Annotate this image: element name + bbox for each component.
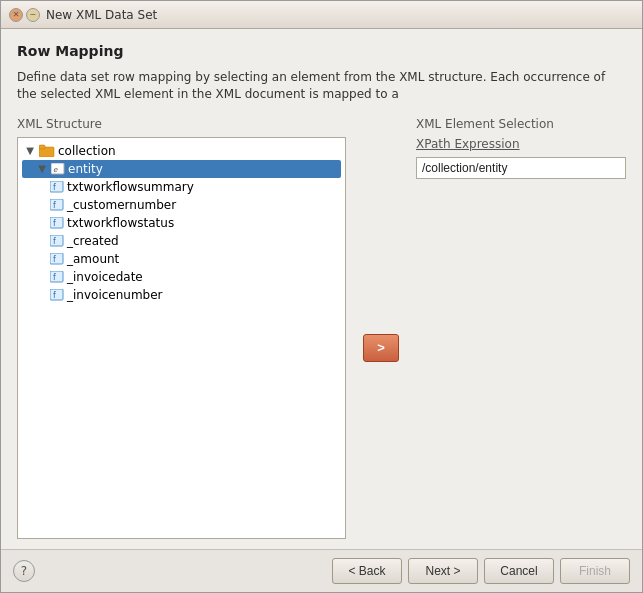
- svg-rect-16: [50, 289, 63, 300]
- svg-rect-8: [50, 217, 63, 228]
- tree-item-collection[interactable]: ▼ collection: [22, 142, 341, 160]
- toggle-collection[interactable]: ▼: [24, 145, 36, 157]
- arrow-area: >: [356, 117, 406, 539]
- svg-rect-6: [50, 199, 63, 210]
- xml-tree[interactable]: ▼ collection ▼ e ent: [17, 137, 346, 539]
- svg-rect-10: [50, 235, 63, 246]
- field-icon-2: f: [50, 199, 64, 211]
- svg-rect-1: [39, 145, 45, 149]
- tree-label-invoicenumber: _invoicenumber: [67, 288, 163, 302]
- main-area: XML Structure ▼ collection ▼: [17, 117, 626, 539]
- tree-item-created[interactable]: f _created: [22, 232, 341, 250]
- tree-label-txtworkflowsummary: txtworkflowsummary: [67, 180, 194, 194]
- tree-item-invoicenumber[interactable]: f _invoicenumber: [22, 286, 341, 304]
- xpath-label: XPath Expression: [416, 137, 626, 151]
- svg-rect-14: [50, 271, 63, 282]
- xml-structure-label: XML Structure: [17, 117, 346, 131]
- bottom-buttons: < Back Next > Cancel Finish: [332, 558, 630, 584]
- svg-rect-4: [50, 181, 63, 192]
- tree-label-amount: _amount: [67, 252, 119, 266]
- tree-item-entity[interactable]: ▼ e entity: [22, 160, 341, 178]
- xpath-input[interactable]: [416, 157, 626, 179]
- tree-label-customernumber: _customernumber: [67, 198, 176, 212]
- back-button[interactable]: < Back: [332, 558, 402, 584]
- help-button[interactable]: ?: [13, 560, 35, 582]
- svg-text:f: f: [53, 219, 56, 228]
- field-icon-5: f: [50, 253, 64, 265]
- tree-label-created: _created: [67, 234, 119, 248]
- svg-text:f: f: [53, 183, 56, 192]
- toggle-entity[interactable]: ▼: [36, 163, 48, 175]
- window: ✕ ─ New XML Data Set Row Mapping Define …: [0, 0, 643, 593]
- close-button[interactable]: ✕: [9, 8, 23, 22]
- svg-rect-12: [50, 253, 63, 264]
- xml-element-panel: XML Element Selection XPath Expression: [416, 117, 626, 539]
- tree-label-collection: collection: [58, 144, 116, 158]
- cancel-button[interactable]: Cancel: [484, 558, 554, 584]
- bottom-bar: ? < Back Next > Cancel Finish: [1, 549, 642, 592]
- select-element-button[interactable]: >: [363, 334, 399, 362]
- tree-item-txtworkflowsummary[interactable]: f txtworkflowsummary: [22, 178, 341, 196]
- svg-text:f: f: [53, 237, 56, 246]
- field-icon-6: f: [50, 271, 64, 283]
- svg-text:f: f: [53, 273, 56, 282]
- element-icon: e: [51, 163, 65, 175]
- tree-label-invoicedate: _invoicedate: [67, 270, 143, 284]
- svg-text:f: f: [53, 255, 56, 264]
- main-content: Row Mapping Define data set row mapping …: [1, 29, 642, 549]
- next-button[interactable]: Next >: [408, 558, 478, 584]
- tree-item-txtworkflowstatus[interactable]: f txtworkflowstatus: [22, 214, 341, 232]
- finish-button[interactable]: Finish: [560, 558, 630, 584]
- svg-text:f: f: [53, 291, 56, 300]
- tree-label-txtworkflowstatus: txtworkflowstatus: [67, 216, 174, 230]
- title-bar: ✕ ─ New XML Data Set: [1, 1, 642, 29]
- field-icon-7: f: [50, 289, 64, 301]
- tree-item-invoicedate[interactable]: f _invoicedate: [22, 268, 341, 286]
- page-title: Row Mapping: [17, 43, 626, 59]
- minimize-button[interactable]: ─: [26, 8, 40, 22]
- svg-text:e: e: [53, 166, 58, 174]
- window-title: New XML Data Set: [46, 8, 157, 22]
- svg-text:f: f: [53, 201, 56, 210]
- page-description: Define data set row mapping by selecting…: [17, 69, 626, 103]
- folder-icon: [39, 144, 55, 157]
- tree-item-customernumber[interactable]: f _customernumber: [22, 196, 341, 214]
- bottom-left: ?: [13, 560, 35, 582]
- field-icon-4: f: [50, 235, 64, 247]
- tree-item-amount[interactable]: f _amount: [22, 250, 341, 268]
- field-icon-3: f: [50, 217, 64, 229]
- xml-structure-panel: XML Structure ▼ collection ▼: [17, 117, 346, 539]
- field-icon-1: f: [50, 181, 64, 193]
- tree-label-entity: entity: [68, 162, 103, 176]
- xml-element-label: XML Element Selection: [416, 117, 626, 131]
- title-bar-buttons: ✕ ─: [9, 8, 40, 22]
